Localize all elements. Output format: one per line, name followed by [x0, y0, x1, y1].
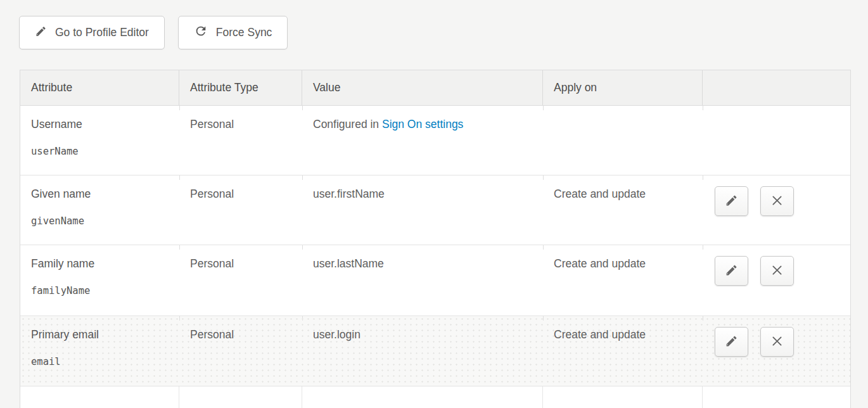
attribute-cell: Primary email email [20, 316, 179, 386]
attribute-type-cell: Personal [179, 175, 302, 245]
actions-cell [703, 316, 850, 386]
apply-on-cell: Create and update [543, 175, 703, 245]
attribute-label: Username [31, 118, 173, 131]
value-cell: user.lastName [302, 245, 543, 316]
go-to-profile-editor-label: Go to Profile Editor [55, 26, 149, 39]
actions-cell [703, 245, 850, 316]
pencil-icon [725, 194, 738, 209]
pencil-icon [725, 264, 738, 279]
toolbar: Go to Profile Editor Force Sync [19, 16, 288, 49]
table-row-partial [20, 386, 850, 408]
attribute-variable: familyName [31, 285, 173, 296]
close-icon [770, 194, 784, 209]
actions-cell [703, 386, 850, 408]
apply-on-cell [543, 386, 703, 408]
apply-on-cell [543, 106, 703, 175]
column-header-attribute-type: Attribute Type [179, 70, 302, 105]
column-header-actions [703, 70, 850, 105]
attribute-type-cell: Personal [179, 106, 302, 175]
edit-mapping-button[interactable] [715, 256, 748, 286]
table-row: Family name familyName Personal user.las… [20, 245, 850, 316]
apply-on-cell: Create and update [543, 316, 703, 386]
sign-on-settings-link[interactable]: Sign On settings [382, 118, 463, 131]
close-icon [770, 264, 784, 279]
attribute-cell: Username userName [20, 106, 179, 175]
attribute-mapping-table: Attribute Attribute Type Value Apply on … [20, 70, 851, 408]
force-sync-label: Force Sync [216, 26, 272, 39]
actions-cell [703, 106, 850, 175]
value-prefix-text: Configured in [313, 118, 382, 131]
delete-mapping-button[interactable] [760, 256, 794, 286]
go-to-profile-editor-button[interactable]: Go to Profile Editor [19, 16, 165, 49]
attribute-cell: Family name familyName [20, 245, 179, 316]
attribute-type-cell: Personal [179, 245, 302, 316]
table-header-row: Attribute Attribute Type Value Apply on [20, 70, 850, 105]
force-sync-button[interactable]: Force Sync [178, 16, 288, 49]
attribute-label: Primary email [31, 328, 173, 341]
edit-mapping-button[interactable] [715, 327, 748, 357]
attribute-type-cell: Personal [179, 316, 302, 386]
attribute-cell [20, 386, 179, 408]
attribute-label: Family name [31, 257, 173, 271]
pencil-icon [725, 335, 738, 350]
value-cell: Configured in Sign On settings [302, 106, 543, 175]
edit-mapping-button[interactable] [715, 186, 748, 216]
value-cell: user.firstName [302, 175, 543, 245]
value-cell [302, 386, 543, 408]
delete-mapping-button[interactable] [760, 327, 794, 357]
attribute-label: Given name [31, 188, 173, 201]
apply-on-cell: Create and update [543, 245, 703, 316]
table-row: Primary email email Personal user.login … [20, 316, 850, 386]
table-row: Username userName Personal Configured in… [20, 105, 850, 175]
attribute-variable: email [31, 356, 173, 367]
attribute-type-cell [179, 386, 302, 408]
column-header-attribute: Attribute [20, 70, 179, 105]
refresh-icon [194, 24, 208, 41]
column-header-value: Value [302, 70, 543, 105]
actions-cell [703, 175, 850, 245]
table-row: Given name givenName Personal user.first… [20, 175, 850, 245]
close-icon [770, 335, 784, 350]
delete-mapping-button[interactable] [760, 186, 794, 216]
value-cell: user.login [302, 316, 543, 386]
attribute-variable: userName [31, 146, 173, 157]
column-header-apply-on: Apply on [543, 70, 703, 105]
attribute-cell: Given name givenName [20, 175, 179, 245]
pencil-icon [35, 25, 47, 41]
attribute-variable: givenName [31, 215, 173, 227]
